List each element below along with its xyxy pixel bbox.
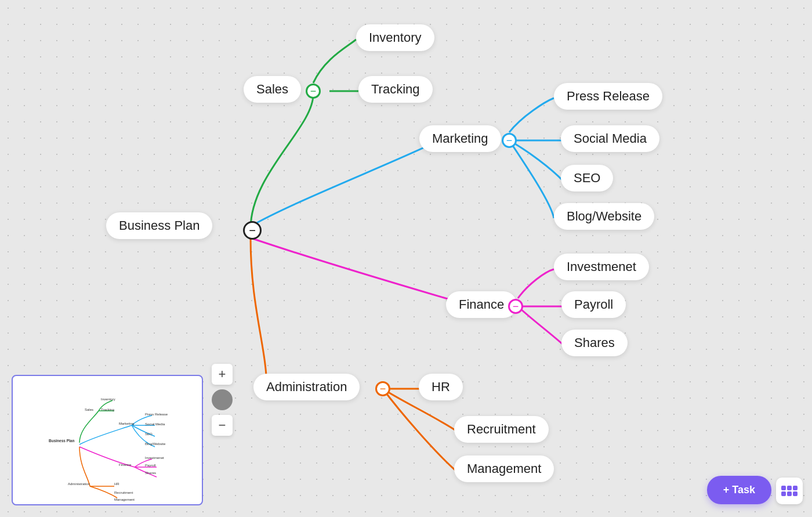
minimap: Inventory Sales Tracking Marketing Press…	[12, 375, 203, 505]
sales-circle[interactable]	[306, 84, 321, 99]
task-label: + Task	[723, 484, 755, 496]
administration-circle[interactable]	[375, 381, 390, 396]
inventory-label[interactable]: Inventory	[356, 24, 434, 51]
press-release-label[interactable]: Press Release	[554, 83, 662, 110]
social-media-label[interactable]: Social Media	[561, 125, 659, 152]
marketing-label[interactable]: Marketing	[419, 125, 501, 152]
finance-circle[interactable]	[508, 299, 523, 314]
zoom-controls: + −	[212, 364, 233, 436]
zoom-out-button[interactable]: −	[212, 415, 233, 436]
grid-view-button[interactable]	[776, 478, 803, 504]
shares-label[interactable]: Shares	[561, 330, 628, 356]
zoom-in-button[interactable]: +	[212, 364, 233, 385]
task-button[interactable]: + Task	[707, 476, 771, 504]
business-plan-label[interactable]: Business Plan	[106, 212, 212, 239]
tracking-label[interactable]: Tracking	[358, 76, 433, 103]
investmenet-label[interactable]: Investmenet	[554, 254, 649, 280]
marketing-circle[interactable]	[502, 133, 517, 148]
sales-label[interactable]: Sales	[244, 76, 301, 103]
administration-label[interactable]: Administration	[253, 374, 360, 400]
hr-label[interactable]: HR	[419, 374, 463, 400]
business-plan-circle[interactable]	[243, 221, 262, 240]
management-label[interactable]: Management	[454, 455, 554, 482]
seo-label[interactable]: SEO	[561, 165, 613, 191]
finance-label[interactable]: Finance	[446, 291, 517, 318]
payroll-label[interactable]: Payroll	[561, 291, 626, 318]
zoom-dot	[212, 389, 233, 410]
recruitment-label[interactable]: Recruitment	[454, 416, 549, 443]
blog-website-label[interactable]: Blog/Website	[554, 203, 654, 230]
grid-icon	[781, 486, 798, 496]
